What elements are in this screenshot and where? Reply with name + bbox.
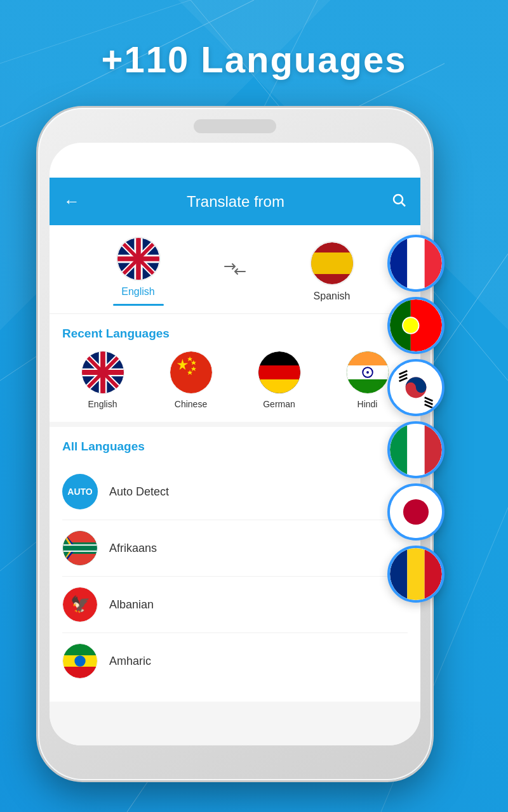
svg-line-10 [401, 202, 405, 206]
recent-languages-section: Recent Languages [50, 314, 420, 422]
svg-point-89 [403, 499, 429, 525]
recent-hindi-name: Hindi [358, 399, 378, 409]
svg-rect-45 [347, 351, 389, 365]
recent-german-name: German [263, 399, 295, 409]
recent-english-name: English [88, 399, 117, 409]
list-item-afrikaans[interactable]: Afrikaans [62, 520, 408, 577]
afrikaans-flag [62, 530, 98, 566]
floating-japan-flag[interactable] [387, 483, 444, 540]
svg-rect-85 [407, 424, 424, 476]
floating-italy-flag[interactable] [387, 421, 444, 478]
svg-point-9 [394, 195, 403, 204]
back-button[interactable]: ← [64, 192, 80, 211]
svg-rect-41 [258, 365, 300, 379]
recent-item-english[interactable]: English [62, 351, 143, 409]
svg-rect-22 [311, 252, 353, 274]
phone-notch [194, 119, 276, 133]
swap-button[interactable] [214, 261, 256, 281]
svg-rect-62 [63, 644, 97, 655]
search-button[interactable] [391, 192, 406, 211]
content-area: Recent Languages [50, 314, 420, 745]
svg-text:🦅: 🦅 [70, 594, 91, 614]
svg-point-65 [74, 655, 85, 666]
svg-rect-92 [407, 548, 424, 600]
svg-point-48 [366, 371, 369, 374]
active-underline [113, 304, 164, 306]
all-languages-section: All Languages AUTO Auto Detect [50, 427, 420, 702]
svg-rect-84 [390, 424, 407, 476]
svg-rect-69 [425, 237, 442, 289]
to-language-item[interactable]: Spanish [256, 241, 408, 302]
from-language-item[interactable]: English [62, 237, 214, 306]
svg-rect-68 [407, 237, 424, 289]
recent-item-german[interactable]: German [239, 351, 319, 409]
german-flag [258, 351, 301, 394]
header-title: Translate from [187, 193, 284, 211]
svg-point-73 [403, 317, 419, 334]
auto-detect-name: Auto Detect [109, 485, 169, 499]
floating-korea-flag[interactable] [387, 359, 444, 416]
english-flag [81, 351, 124, 394]
svg-rect-86 [425, 424, 442, 476]
hindi-flag [346, 351, 389, 394]
language-row: English [62, 237, 408, 313]
afrikaans-name: Afrikaans [109, 542, 157, 555]
svg-rect-93 [425, 548, 442, 600]
from-language-name: English [121, 286, 154, 298]
to-language-name: Spanish [314, 291, 351, 302]
amharic-flag [62, 643, 98, 679]
recent-chinese-name: Chinese [175, 399, 207, 409]
svg-rect-67 [390, 237, 407, 289]
to-language-flag [310, 241, 354, 285]
from-language-flag [116, 237, 161, 281]
svg-rect-42 [258, 379, 300, 393]
page-title: +110 Languages [0, 38, 508, 81]
list-item-albanian[interactable]: 🦅 Albanian [62, 577, 408, 633]
chinese-flag [170, 351, 213, 394]
recent-languages-title: Recent Languages [62, 327, 408, 341]
list-item-amharic[interactable]: Amharic [62, 633, 408, 689]
recent-item-chinese[interactable]: Chinese [150, 351, 231, 409]
svg-rect-64 [63, 667, 97, 678]
albanian-flag: 🦅 [62, 587, 98, 622]
svg-rect-91 [390, 548, 407, 600]
floating-romania-flag[interactable] [387, 546, 444, 603]
svg-rect-57 [63, 546, 97, 551]
all-languages-title: All Languages [62, 440, 408, 454]
phone-shell: ← Translate from [38, 108, 432, 780]
amharic-name: Amharic [109, 655, 151, 668]
floating-france-flag[interactable] [387, 235, 444, 292]
language-selector: English [50, 225, 420, 314]
list-item-auto[interactable]: AUTO Auto Detect [62, 464, 408, 520]
recent-languages-grid: English [62, 351, 408, 409]
floating-flags [387, 235, 444, 603]
floating-portugal-flag[interactable] [387, 297, 444, 354]
albanian-name: Albanian [109, 598, 154, 612]
phone-screen: ← Translate from [50, 143, 420, 745]
auto-badge: AUTO [62, 474, 98, 509]
phone-wrapper: ← Translate from [38, 108, 432, 780]
app-header: ← Translate from [50, 178, 420, 225]
